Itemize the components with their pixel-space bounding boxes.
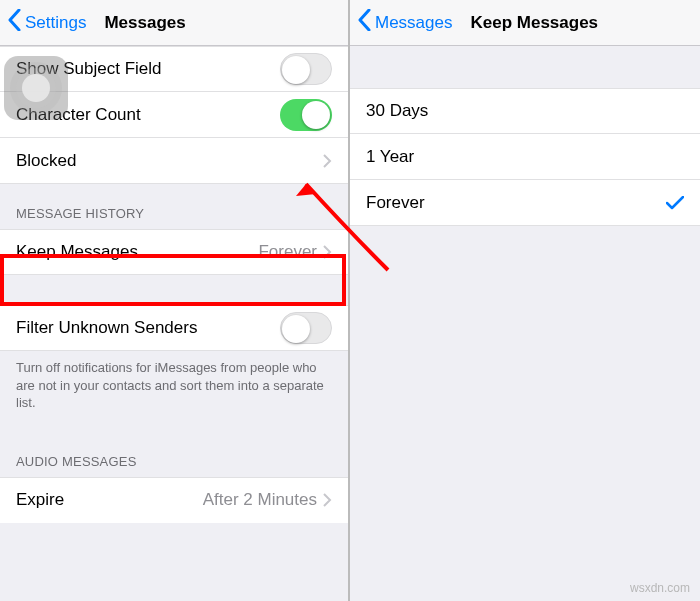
section-header-audio-messages: AUDIO MESSAGES [0,424,348,477]
chevron-left-icon [8,9,25,36]
row-label: Expire [16,490,203,510]
row-blocked[interactable]: Blocked [0,138,348,184]
row-value: Forever [258,242,317,262]
option-1-year[interactable]: 1 Year [350,134,700,180]
keep-messages-panel: Messages Keep Messages 30 Days 1 Year Fo… [350,0,700,601]
row-filter-unknown-senders[interactable]: Filter Unknown Senders [0,305,348,351]
back-label: Settings [25,13,86,33]
navbar-right: Messages Keep Messages [350,0,700,46]
row-label: Filter Unknown Senders [16,318,280,338]
section-footer-filter: Turn off notifications for iMessages fro… [0,351,348,424]
page-title: Messages [104,13,185,33]
toggle-show-subject[interactable] [280,53,332,85]
chevron-right-icon [323,493,332,507]
row-label: Blocked [16,151,323,171]
messages-settings-panel: Settings Messages Show Subject Field Cha… [0,0,350,601]
option-label: Forever [366,193,666,213]
toggle-character-count[interactable] [280,99,332,131]
assistive-touch-icon[interactable] [4,56,68,120]
row-expire[interactable]: Expire After 2 Minutes [0,477,348,523]
option-30-days[interactable]: 30 Days [350,88,700,134]
row-label: Keep Messages [16,242,258,262]
toggle-filter-unknown[interactable] [280,312,332,344]
page-title: Keep Messages [470,13,598,33]
watermark-text: wsxdn.com [630,581,690,595]
section-header-message-history: MESSAGE HISTORY [0,184,348,229]
option-label: 30 Days [366,101,684,121]
back-to-messages-button[interactable]: Messages [358,9,452,36]
chevron-left-icon [358,9,375,36]
row-value: After 2 Minutes [203,490,317,510]
section-gap [350,46,700,88]
checkmark-icon [666,196,684,210]
back-label: Messages [375,13,452,33]
option-label: 1 Year [366,147,684,167]
back-to-settings-button[interactable]: Settings [8,9,86,36]
option-forever[interactable]: Forever [350,180,700,226]
section-gap [0,275,348,305]
navbar-left: Settings Messages [0,0,348,46]
row-keep-messages[interactable]: Keep Messages Forever [0,229,348,275]
chevron-right-icon [323,154,332,168]
chevron-right-icon [323,245,332,259]
